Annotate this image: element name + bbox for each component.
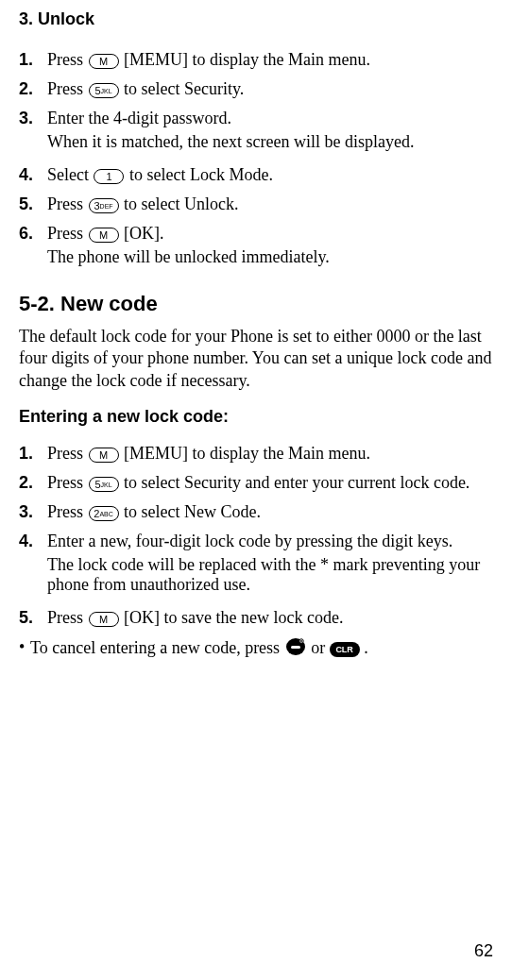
heading-unlock: 3. Unlock	[19, 9, 493, 29]
asterisk-icon: *	[320, 555, 329, 574]
step-2: 2. Press 5JKL to select Security.	[19, 79, 493, 99]
step-text: The lock code will be replaced with the …	[47, 555, 493, 595]
step-number: 5.	[19, 194, 47, 214]
bullet-icon: •	[19, 637, 30, 657]
step-text: Press 5JKL to select Security and enter …	[47, 473, 469, 492]
step-text: Press 5JKL to select Security.	[47, 79, 244, 98]
svg-rect-1	[291, 646, 300, 649]
text: To cancel entering a new code, press	[30, 638, 284, 657]
text: Press	[47, 473, 88, 492]
text: [MEMU] to display the Main menu.	[120, 444, 370, 463]
step-number: 3.	[19, 109, 47, 156]
step-text: Press M [MEMU] to display the Main menu.	[47, 444, 370, 463]
text: to select Security and enter your curren…	[120, 473, 470, 492]
step-number: 3.	[19, 502, 47, 522]
text: [OK].	[120, 224, 164, 243]
nc-step-5: 5. Press M [OK] to save the new lock cod…	[19, 608, 493, 628]
step-number: 1.	[19, 50, 47, 70]
newcode-steps: 1. Press M [MEMU] to display the Main me…	[19, 444, 493, 628]
text: Select	[47, 165, 93, 184]
text: to select Security.	[120, 79, 245, 98]
step-3: 3. Enter the 4-digit password. When it i…	[19, 109, 493, 156]
step-1: 1. Press M [MEMU] to display the Main me…	[19, 50, 493, 70]
text: to select Unlock.	[120, 194, 239, 213]
three-key-icon: 3DEF	[89, 198, 119, 213]
step-text: Enter a new, four-digit lock code by pre…	[47, 532, 493, 551]
text: to select Lock Mode.	[125, 165, 272, 184]
nc-step-1: 1. Press M [MEMU] to display the Main me…	[19, 444, 493, 464]
nc-step-4: 4. Enter a new, four-digit lock code by …	[19, 532, 493, 599]
step-text: Press 2ABC to select New Code.	[47, 502, 261, 521]
m-key-icon: M	[89, 448, 119, 463]
two-key-icon: 2ABC	[89, 506, 119, 521]
step-number: 4.	[19, 165, 47, 185]
text: to select New Code.	[120, 502, 261, 521]
text: or	[307, 638, 330, 657]
step-text: Press 3DEF to select Unlock.	[47, 194, 238, 213]
text: Press	[47, 50, 88, 69]
text: Press	[47, 224, 88, 243]
step-text: Press M [OK].	[47, 224, 493, 244]
text: Press	[47, 502, 88, 521]
text: [OK] to save the new lock code.	[120, 608, 344, 627]
text: Press	[47, 194, 88, 213]
step-text: The phone will be unlocked immediately.	[47, 247, 493, 267]
cancel-note: • To cancel entering a new code, press o…	[19, 637, 493, 661]
nc-step-3: 3. Press 2ABC to select New Code.	[19, 502, 493, 522]
text: The lock code will be replaced with the	[47, 555, 320, 574]
step-number: 6.	[19, 224, 47, 271]
step-text: Enter the 4-digit password.	[47, 109, 493, 128]
unlock-steps: 1. Press M [MEMU] to display the Main me…	[19, 50, 493, 271]
m-key-icon: M	[89, 54, 119, 69]
five-key-icon: 5JKL	[89, 83, 119, 98]
heading-entering-lock-code: Entering a new lock code:	[19, 407, 493, 427]
step-6: 6. Press M [OK]. The phone will be unloc…	[19, 224, 493, 271]
text: Press	[47, 444, 88, 463]
new-code-intro: The default lock code for your Phone is …	[19, 326, 493, 392]
step-4: 4. Select 1 to select Lock Mode.	[19, 165, 493, 185]
step-5: 5. Press 3DEF to select Unlock.	[19, 194, 493, 214]
step-number: 4.	[19, 532, 47, 599]
m-key-icon: M	[89, 228, 119, 243]
step-number: 5.	[19, 608, 47, 628]
nc-step-2: 2. Press 5JKL to select Security and ent…	[19, 473, 493, 493]
step-text: Press M [OK] to save the new lock code.	[47, 608, 343, 627]
step-text: When it is matched, the next screen will…	[47, 132, 493, 152]
five-key-icon: 5JKL	[89, 477, 119, 492]
step-number: 2.	[19, 79, 47, 99]
text: .	[360, 638, 368, 657]
one-key-icon: 1	[94, 169, 124, 184]
clr-key-icon: CLR	[330, 642, 360, 657]
step-text: Press M [MEMU] to display the Main menu.	[47, 50, 370, 69]
step-number: 1.	[19, 444, 47, 464]
text: Press	[47, 79, 88, 98]
step-text: Select 1 to select Lock Mode.	[47, 165, 273, 184]
m-key-icon: M	[89, 612, 119, 627]
text: Press	[47, 608, 88, 627]
step-number: 2.	[19, 473, 47, 493]
text: [MEMU] to display the Main menu.	[120, 50, 370, 69]
end-key-icon	[284, 637, 307, 661]
heading-new-code: 5-2. New code	[19, 292, 493, 316]
page-number: 62	[474, 941, 493, 961]
svg-point-3	[300, 640, 302, 642]
